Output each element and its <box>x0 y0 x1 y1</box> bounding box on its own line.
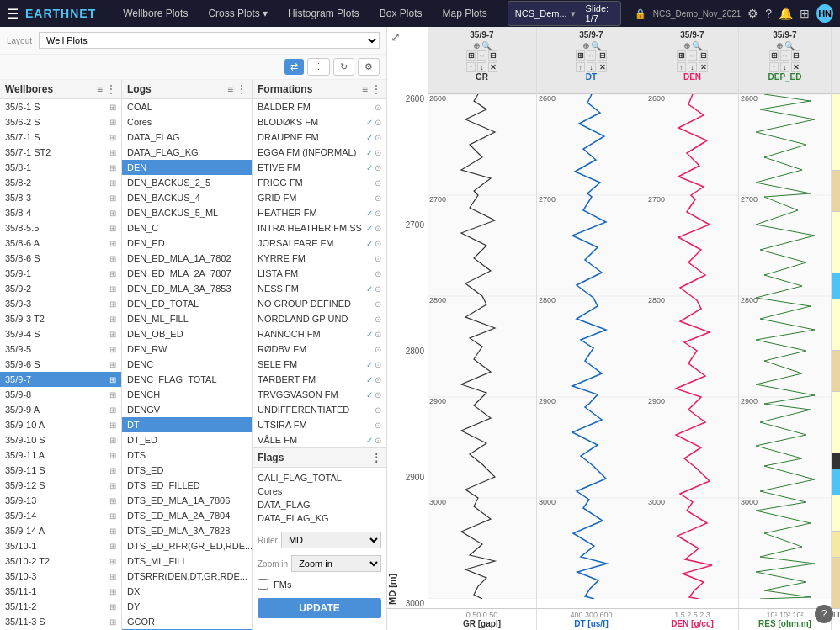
wellbore-item[interactable]: 35/11-2⊞ <box>0 599 121 614</box>
flag-item[interactable]: DATA_FLAG <box>258 498 381 511</box>
wellbore-item[interactable]: 35/9-3 T2⊞ <box>0 311 121 326</box>
wellbore-item[interactable]: 35/9-10 A⊞ <box>0 417 121 432</box>
nav-cross-plots[interactable]: Cross Plots <box>201 8 274 19</box>
dt-ctrl-1[interactable]: ⊞ <box>576 50 585 61</box>
res-expand-icon[interactable]: ⊕ <box>776 41 783 50</box>
formation-settings-icon[interactable]: ⊙ <box>375 254 381 263</box>
wellbore-item[interactable]: 35/9-2⊞ <box>0 281 121 296</box>
help-button[interactable]: ? <box>815 605 833 623</box>
gr-zoom-icon[interactable]: 🔍 <box>481 41 492 50</box>
wellbore-item[interactable]: 35/9-7⊞ <box>0 372 121 387</box>
formation-settings-icon[interactable]: ⊙ <box>375 405 381 415</box>
wellbore-item[interactable]: 35/6-2 S⊞ <box>0 114 121 130</box>
den-expand-icon[interactable]: ⊕ <box>683 41 690 50</box>
formation-settings-icon[interactable]: ⊙ <box>375 118 381 127</box>
den-ctrl-4[interactable]: ↑ <box>677 62 686 72</box>
gr-ctrl-2[interactable]: ↔ <box>477 50 486 61</box>
formation-item[interactable]: DRAUPNE FM✓⊙ <box>253 130 386 145</box>
dt-zoom-icon[interactable]: 🔍 <box>591 41 601 50</box>
wellbore-item[interactable]: 35/9-11 A⊞ <box>0 447 121 463</box>
dt-ctrl-6[interactable]: ✕ <box>598 62 607 72</box>
formations-menu-icon[interactable]: ⋮ <box>371 83 381 95</box>
wellbore-item[interactable]: 35/9-8⊞ <box>0 387 121 402</box>
wellbore-item[interactable]: 35/9-10 S⊞ <box>0 432 121 447</box>
dt-ctrl-2[interactable]: ↔ <box>587 50 596 61</box>
log-item[interactable]: DENCH <box>122 387 252 402</box>
res-ctrl-3[interactable]: ⊟ <box>791 50 800 61</box>
formation-item[interactable]: NORDLAND GP UND⊙ <box>253 311 386 326</box>
den-ctrl-3[interactable]: ⊟ <box>699 50 708 61</box>
log-item[interactable]: DEN_ML_FILL <box>122 311 252 326</box>
wellbore-item[interactable]: 35/9-9 A⊞ <box>0 402 121 417</box>
user-avatar[interactable]: HN <box>816 4 833 23</box>
wellbore-item[interactable]: 35/9-4 S⊞ <box>0 326 121 341</box>
res-ctrl-4[interactable]: ↑ <box>769 62 779 72</box>
log-item[interactable]: DTS_ED <box>122 463 252 478</box>
log-item[interactable]: DEN_ED_MLA_1A_7802 <box>122 251 252 266</box>
logs-menu-icon[interactable]: ⋮ <box>237 83 247 95</box>
log-item[interactable]: DEN_C <box>122 220 252 236</box>
log-item[interactable]: DEN_BACKUS_4 <box>122 190 252 205</box>
wellbore-item[interactable]: 35/9-13⊞ <box>0 493 121 508</box>
log-item[interactable]: DEN <box>122 160 252 175</box>
nav-map-plots[interactable]: Map Plots <box>436 8 494 19</box>
wellbore-item[interactable]: 35/10-2 T2⊞ <box>0 553 121 569</box>
wellbore-item[interactable]: 35/8-4⊞ <box>0 205 121 220</box>
wellbore-item[interactable]: 35/8-2⊞ <box>0 175 121 190</box>
log-item[interactable]: COAL <box>122 99 252 114</box>
log-item[interactable]: DTS_ED_RFR(GR_ED,RDE... <box>122 538 252 553</box>
wellbore-item[interactable]: 35/11-1⊞ <box>0 584 121 599</box>
den-ctrl-1[interactable]: ⊞ <box>677 50 686 61</box>
update-button[interactable]: UPDATE <box>258 598 381 618</box>
log-item[interactable]: DENGV <box>122 402 252 417</box>
formation-settings-icon[interactable]: ⊙ <box>375 103 381 112</box>
formation-item[interactable]: BALDER FM⊙ <box>253 99 386 114</box>
formation-item[interactable]: KYRRE FM⊙ <box>253 251 386 266</box>
wellbore-item[interactable]: 35/9-5⊞ <box>0 341 121 357</box>
wellbore-item[interactable]: 35/10-3⊞ <box>0 569 121 584</box>
wellbore-item[interactable]: 35/10-1⊞ <box>0 538 121 553</box>
log-item[interactable]: DTS_ED_MLA_1A_7806 <box>122 493 252 508</box>
formation-settings-icon[interactable]: ⊙ <box>375 390 381 400</box>
formation-item[interactable]: TRVGGVASON FM✓⊙ <box>253 387 386 402</box>
log-item[interactable]: DTSRFR(DEN,DT,GR,RDE... <box>122 569 252 584</box>
wellbores-menu-icon[interactable]: ⋮ <box>106 83 116 95</box>
wellbore-item[interactable]: 35/9-6 S⊞ <box>0 357 121 372</box>
log-item[interactable]: DEN_ED_MLA_2A_7807 <box>122 266 252 281</box>
nav-wellbore-plots[interactable]: Wellbore Plots <box>116 8 194 19</box>
dt-expand-icon[interactable]: ⊕ <box>582 41 589 50</box>
formation-settings-icon[interactable]: ⊙ <box>375 299 381 309</box>
res-ctrl-1[interactable]: ⊞ <box>769 50 779 61</box>
gr-ctrl-6[interactable]: ✕ <box>488 62 497 72</box>
nav-histogram-plots[interactable]: Histogram Plots <box>281 8 366 19</box>
dt-ctrl-5[interactable]: ↓ <box>587 62 596 72</box>
ruler-select[interactable]: MDTVDTVDSS <box>281 532 381 548</box>
formation-settings-icon[interactable]: ⊙ <box>375 375 381 384</box>
den-ctrl-2[interactable]: ↔ <box>688 50 697 61</box>
formation-item[interactable]: TARBERT FM✓⊙ <box>253 372 386 387</box>
log-item[interactable]: DEN_ED_TOTAL <box>122 296 252 311</box>
formation-item[interactable]: EGGA FM (INFORMAL)✓⊙ <box>253 145 386 160</box>
formation-settings-icon[interactable]: ⊙ <box>375 315 381 324</box>
log-item[interactable]: DT_ED <box>122 432 252 447</box>
formation-item[interactable]: SELE FM✓⊙ <box>253 357 386 372</box>
log-item[interactable]: DEN_OB_ED <box>122 326 252 341</box>
formation-settings-icon[interactable]: ⊙ <box>375 209 381 218</box>
formation-item[interactable]: RØDBV FM⊙ <box>253 341 386 357</box>
slide-selector[interactable]: NCS_Dem... ▾ Slide: 1/7 <box>508 1 621 26</box>
formation-settings-icon[interactable]: ⊙ <box>375 133 381 142</box>
wellbore-item[interactable]: 35/9-1⊞ <box>0 266 121 281</box>
config-button[interactable]: ⚙ <box>358 58 380 76</box>
log-item[interactable]: DX <box>122 584 252 599</box>
flags-menu-icon[interactable]: ⋮ <box>371 452 381 463</box>
formation-settings-icon[interactable]: ⊙ <box>375 284 381 294</box>
hamburger-icon[interactable]: ☰ <box>7 6 19 22</box>
formation-settings-icon[interactable]: ⊙ <box>375 239 381 248</box>
wellbore-item[interactable]: 35/7-1 S⊞ <box>0 130 121 145</box>
den-zoom-icon[interactable]: 🔍 <box>692 41 702 50</box>
formation-item[interactable]: BLODØKS FM✓⊙ <box>253 114 386 130</box>
log-item[interactable]: DEN_BACKUS_2_5 <box>122 175 252 190</box>
dt-ctrl-3[interactable]: ⊟ <box>598 50 607 61</box>
more-options-button[interactable]: ⋮ <box>307 58 330 76</box>
wellbore-item[interactable]: 35/9-12 S⊞ <box>0 478 121 493</box>
